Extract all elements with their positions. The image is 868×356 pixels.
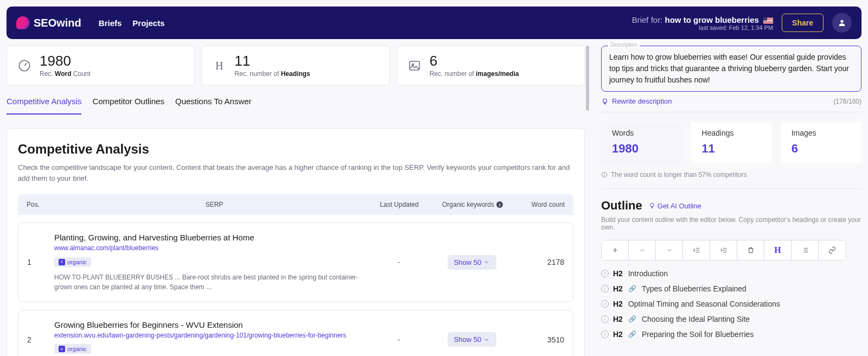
info-icon xyxy=(601,171,608,178)
check-icon xyxy=(601,285,609,293)
check-icon xyxy=(601,270,609,277)
description-text[interactable]: Learn how to grow blueberries with ease!… xyxy=(609,52,853,86)
serp-url[interactable]: extension.wvu.edu/lawn-gardening-pests/g… xyxy=(54,332,374,339)
add-button[interactable] xyxy=(602,240,629,260)
mini-stat-headings: Headings 11 xyxy=(691,122,771,163)
scrollbar-thumb[interactable] xyxy=(586,46,589,111)
serp-title[interactable]: Planting, Growing, and Harvesting Bluebe… xyxy=(54,233,374,242)
stat-headings: H 11 Rec. number of Headings xyxy=(201,46,390,86)
outdent-button[interactable] xyxy=(683,240,710,260)
outline-list: H2 Introduction H2🔗 Types of Blueberries… xyxy=(601,269,861,339)
indent-button[interactable] xyxy=(710,240,737,260)
svg-rect-2 xyxy=(410,61,419,70)
bulb-icon xyxy=(601,98,609,105)
stats-row: 1980 Rec. Word Count H 11 Rec. number of… xyxy=(7,46,585,86)
tab-competitor-outlines[interactable]: Competitor Outlines xyxy=(92,97,164,115)
brand-name: SEOwind xyxy=(34,17,81,29)
section-desc: Check the competitive landscape for your… xyxy=(18,162,573,183)
outline-header: Outline Get AI Outline xyxy=(601,199,861,213)
outline-title: Outline xyxy=(601,199,642,213)
chevron-down-icon xyxy=(483,259,490,265)
chevron-up-icon xyxy=(639,247,646,253)
stat-images: 6 Rec. number of images/media xyxy=(397,46,585,86)
outline-toolbar: H xyxy=(601,240,846,260)
stat-images-value: 6 xyxy=(430,54,519,68)
rewrite-description-link[interactable]: Rewrite description xyxy=(601,97,672,105)
stat-headings-value: 11 xyxy=(234,54,310,68)
link-icon: 🔗 xyxy=(628,315,636,323)
get-ai-outline-link[interactable]: Get AI Outline xyxy=(649,202,701,210)
outline-item[interactable]: H2🔗 Preparing the Soil for Blueberries xyxy=(601,330,861,339)
description-box[interactable]: Description Learn how to grow blueberrie… xyxy=(601,46,861,92)
user-avatar-button[interactable] xyxy=(832,13,852,33)
nav-briefs[interactable]: Briefs xyxy=(99,18,122,28)
mini-stat-words: Words 1980 xyxy=(601,122,682,163)
info-icon[interactable]: i xyxy=(496,201,503,208)
nav-projects[interactable]: Projects xyxy=(132,18,164,28)
serp-title[interactable]: Growing Blueberries for Beginners - WVU … xyxy=(54,320,374,329)
col-keywords: Organic keywords i xyxy=(424,201,521,208)
mini-stat-images: Images 6 xyxy=(781,122,861,163)
chevron-down-icon xyxy=(483,336,490,343)
table-header: Pos. SERP Last Updated Organic keywords … xyxy=(18,194,573,215)
heading-icon: H xyxy=(212,58,227,73)
link-button[interactable] xyxy=(819,240,846,260)
brief-for-label: Brief for: xyxy=(632,15,663,24)
show-keywords-button[interactable]: Show 50 xyxy=(448,255,497,270)
check-icon xyxy=(601,330,609,338)
image-icon xyxy=(407,58,422,73)
tab-questions[interactable]: Questions To Answer xyxy=(175,97,252,115)
serp-badge: ≡ organic xyxy=(54,257,91,267)
brand-logo[interactable]: SEOwind xyxy=(16,16,81,29)
row-serp: Growing Blueberries for Beginners - WVU … xyxy=(54,320,374,357)
row-updated: - xyxy=(374,258,423,266)
col-pos: Pos. xyxy=(27,201,54,208)
check-icon xyxy=(601,315,609,323)
header-right: Brief for: how to grow blueberries last … xyxy=(632,13,852,33)
competitive-analysis-card: Competitive Analysis Check the competiti… xyxy=(7,128,585,356)
row-keywords: Show 50 xyxy=(423,255,521,270)
col-serp: SERP xyxy=(54,201,375,208)
tab-competitive-analysis[interactable]: Competitive Analysis xyxy=(7,97,81,115)
analysis-tabs: Competitive Analysis Competitor Outlines… xyxy=(7,97,585,115)
link-icon xyxy=(828,246,836,254)
char-count: (176/160) xyxy=(834,98,861,105)
description-footer: Rewrite description (176/160) xyxy=(601,96,861,112)
share-button[interactable]: Share xyxy=(782,14,824,32)
row-updated: - xyxy=(374,335,423,344)
outline-item[interactable]: H2 Optimal Timing and Seasonal Considera… xyxy=(601,300,861,308)
serp-url[interactable]: www.almanac.com/plant/blueberries xyxy=(54,244,374,252)
row-words: 2178 xyxy=(521,258,564,266)
list-icon xyxy=(801,246,809,254)
outline-item[interactable]: H2🔗 Choosing the Ideal Planting Site xyxy=(601,315,861,323)
plus-icon xyxy=(611,246,619,254)
mini-stats: Words 1980 Headings 11 Images 6 xyxy=(601,122,861,163)
row-serp: Planting, Growing, and Harvesting Bluebe… xyxy=(54,233,374,292)
brief-info: Brief for: how to grow blueberries last … xyxy=(632,15,773,31)
row-pos: 1 xyxy=(27,258,54,266)
col-words: Word count xyxy=(521,201,565,208)
main-nav: Briefs Projects xyxy=(99,18,165,28)
indent-icon xyxy=(720,246,727,254)
list-button[interactable] xyxy=(792,240,819,260)
heading-button[interactable]: H xyxy=(764,240,792,260)
trash-icon xyxy=(747,246,755,254)
move-up-button[interactable] xyxy=(629,240,656,260)
stat-word-count: 1980 Rec. Word Count xyxy=(7,46,195,86)
brief-title: how to grow blueberries xyxy=(665,15,759,24)
scrollbar[interactable] xyxy=(585,46,590,356)
show-keywords-button[interactable]: Show 50 xyxy=(448,332,497,347)
gauge-icon xyxy=(17,58,32,73)
move-down-button[interactable] xyxy=(656,240,683,260)
link-icon: 🔗 xyxy=(628,285,636,293)
header-left: SEOwind Briefs Projects xyxy=(16,16,165,29)
stat-word-value: 1980 xyxy=(40,54,91,68)
right-panel: Description Learn how to grow blueberrie… xyxy=(590,46,861,356)
svg-point-0 xyxy=(840,20,843,23)
serp-snippet: HOW TO PLANT BLUEBERRY BUSHES ... Bare-r… xyxy=(54,272,369,292)
delete-button[interactable] xyxy=(737,240,764,260)
outline-item[interactable]: H2🔗 Types of Blueberries Explained xyxy=(601,284,861,293)
outdent-icon xyxy=(693,246,700,254)
outline-item[interactable]: H2 Introduction xyxy=(601,269,861,278)
chevron-down-icon xyxy=(666,247,673,253)
